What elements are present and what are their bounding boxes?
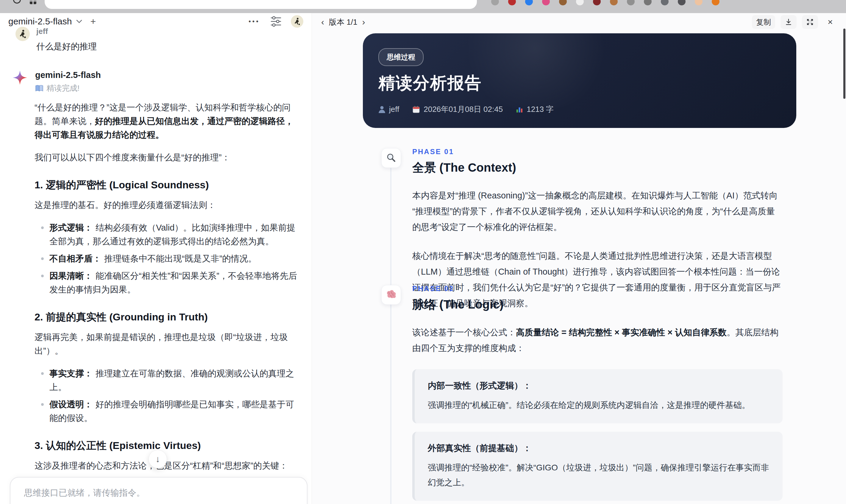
author-icon xyxy=(378,106,386,113)
extension-icon[interactable] xyxy=(593,0,601,5)
extension-icon[interactable] xyxy=(644,0,652,5)
user-message: jeff 什么是好的推理 xyxy=(16,27,298,53)
gemini-star-icon xyxy=(13,70,28,85)
extension-icon[interactable] xyxy=(559,0,567,5)
assistant-message: gemini-2.5-flash 精读完成! “什么是好的推理？”这是一个涉及逻… xyxy=(13,70,301,504)
phase-2-label: PHASE 02 xyxy=(412,284,797,293)
meta-author: jeff xyxy=(389,105,399,114)
user-message-avatar xyxy=(16,27,30,41)
phase-2-section: PHASE 02 脉络 (The Logic) 该论述基于一个核心公式：高质量结… xyxy=(412,284,797,504)
phase-1-paragraph: 本内容是对“推理 (Reasoning)”这一抽象概念的高层建模。在知识爆炸与人… xyxy=(412,188,782,235)
magnifier-icon xyxy=(381,148,401,168)
extension-icon[interactable] xyxy=(695,0,703,5)
section-1-list: 形式逻辑：结构必须有效（Valid）。比如演绎推理中，如果前提全部为真，那么通过… xyxy=(35,221,301,296)
assistant-status: 精读完成! xyxy=(35,83,301,93)
version-label: 版本 1/1 xyxy=(329,17,357,28)
version-next-button[interactable]: › xyxy=(362,17,365,27)
extension-icon[interactable] xyxy=(610,0,618,5)
report-title: 精读分析报告 xyxy=(378,72,482,95)
meta-word-count: 1213 字 xyxy=(527,104,554,114)
reload-icon[interactable] xyxy=(13,0,21,4)
section-3-heading: 3. 认知的公正性 (Epistemic Virtues) xyxy=(35,438,301,452)
app-window: gemini-2.5-flash + ••• xyxy=(0,13,846,504)
extension-icon[interactable] xyxy=(712,0,720,5)
timeline-line xyxy=(390,168,391,504)
scrollbar[interactable] xyxy=(843,29,845,99)
assistant-message-body: “什么是好的推理？”这是一个涉及逻辑学、认知科学和哲学核心的问题。简单来说，好的… xyxy=(35,101,301,504)
chat-panel: gemini-2.5-flash + ••• xyxy=(0,13,312,504)
list-item: 因果清晰：能准确区分“相关性”和“因果关系”，不会轻率地将先后发生的事情归为因果… xyxy=(35,269,301,296)
extension-icon[interactable] xyxy=(576,0,584,5)
phase-2-paragraph: 该论述基于一个核心公式：高质量结论 = 结构完整性 × 事实准确性 × 认知自律… xyxy=(412,325,782,356)
extension-icon[interactable] xyxy=(678,0,686,5)
assistant-name: gemini-2.5-flash xyxy=(35,70,301,80)
section-2-list: 事实支撑：推理建立在可靠的数据、准确的观测或公认的真理之上。 假设透明：好的推理… xyxy=(35,366,301,425)
apps-grid-icon[interactable] xyxy=(30,0,36,4)
chevron-down-icon[interactable] xyxy=(76,19,83,23)
composer-placeholder: 思维接口已就绪，请传输指令。 xyxy=(24,487,145,499)
extension-icon[interactable] xyxy=(542,0,550,5)
scroll-to-bottom-button[interactable]: ↓ xyxy=(148,450,167,468)
artifact-panel: ‹ 版本 1/1 › 复制 × xyxy=(312,13,846,504)
phase-2-title: 脉络 (The Logic) xyxy=(412,296,797,313)
user-name: jeff xyxy=(36,27,298,36)
new-chat-button[interactable]: + xyxy=(90,16,96,27)
book-icon xyxy=(35,85,43,92)
phase-1-label: PHASE 01 xyxy=(412,148,797,156)
meta-date: 2026年01月08日 02:45 xyxy=(424,104,503,114)
extension-icon[interactable] xyxy=(491,0,499,5)
phase-1-title: 全景 (The Context) xyxy=(412,160,797,176)
extension-icon[interactable] xyxy=(661,0,669,5)
more-menu-button[interactable]: ••• xyxy=(249,18,260,25)
word-count-icon xyxy=(516,106,523,113)
artifact-header: ‹ 版本 1/1 › 复制 × xyxy=(312,13,846,31)
brain-icon xyxy=(381,285,401,305)
version-prev-button[interactable]: ‹ xyxy=(321,17,324,27)
list-item: 假设透明：好的推理会明确指明哪些是已知事实，哪些是基于可能的假设。 xyxy=(35,397,301,425)
report-meta: jeff 2026年01月08日 02:45 1213 字 xyxy=(378,104,554,114)
hero-badge: 思维过程 xyxy=(378,48,424,66)
list-item: 形式逻辑：结构必须有效（Valid）。比如演绎推理中，如果前提全部为真，那么通过… xyxy=(35,221,301,248)
expand-button[interactable] xyxy=(802,15,818,29)
browser-toolbar xyxy=(0,0,846,13)
close-button[interactable]: × xyxy=(823,15,837,29)
address-bar[interactable] xyxy=(45,0,477,9)
extension-icons[interactable] xyxy=(491,0,720,5)
user-avatar[interactable] xyxy=(291,15,303,28)
download-button[interactable] xyxy=(780,15,797,29)
user-message-text: 什么是好的推理 xyxy=(36,41,298,53)
section-2-heading: 2. 前提的真实性 (Grounding in Truth) xyxy=(35,310,301,324)
extension-icon[interactable] xyxy=(627,0,635,5)
list-item: 事实支撑：推理建立在可靠的数据、准确的观测或公认的真理之上。 xyxy=(35,366,301,394)
page: gemini-2.5-flash + ••• xyxy=(0,0,846,504)
report-hero-card: 思维过程 精读分析报告 jeff 2026年01月08日 02:45 xyxy=(363,33,796,128)
arrow-down-icon: ↓ xyxy=(156,454,160,464)
copy-button[interactable]: 复制 xyxy=(752,15,775,29)
model-selector[interactable]: gemini-2.5-flash xyxy=(8,16,72,26)
list-item: 不自相矛盾：推理链条中不能出现“既是又非”的情况。 xyxy=(35,252,301,265)
logic-card: 外部真实性（前提基础）： 强调推理的“经验校准”。解决“GIGO（垃圾进，垃圾出… xyxy=(412,432,782,501)
composer[interactable]: 思维接口已就绪，请传输指令。 + xyxy=(10,477,307,504)
logic-card: 内部一致性（形式逻辑）： 强调推理的“机械正确”。结论必须在给定的规则系统内逻辑… xyxy=(412,369,782,424)
extension-icon[interactable] xyxy=(508,0,516,5)
extension-icon[interactable] xyxy=(525,0,533,5)
section-1-heading: 1. 逻辑的严密性 (Logical Soundness) xyxy=(35,178,301,192)
settings-sliders-icon[interactable] xyxy=(270,16,282,27)
calendar-icon xyxy=(412,106,420,113)
